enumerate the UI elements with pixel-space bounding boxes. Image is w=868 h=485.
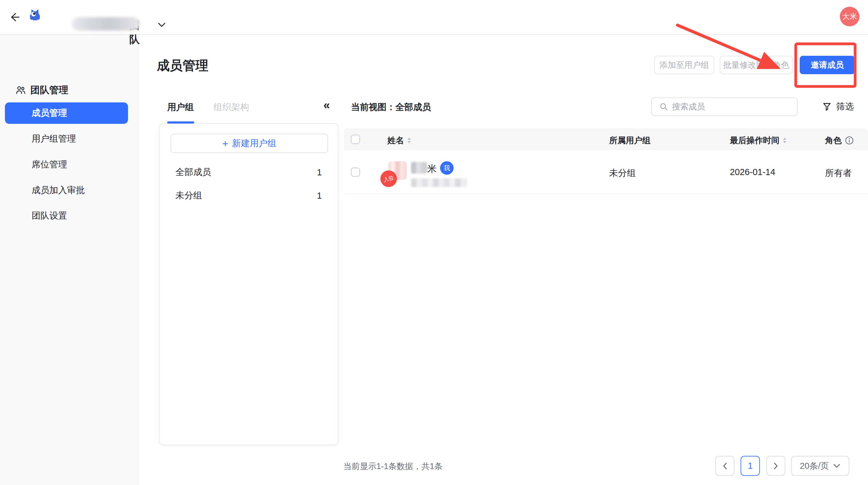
search-icon <box>659 102 668 111</box>
page-number-button[interactable]: 1 <box>741 456 760 476</box>
next-page-button[interactable] <box>766 456 785 476</box>
group-name: 未分组 <box>176 190 202 202</box>
app-logo-monster-icon <box>28 8 42 23</box>
active-tab-underline <box>167 121 194 123</box>
filter-button[interactable]: 筛选 <box>822 101 854 113</box>
column-header-usergroup[interactable]: 所属用户组 <box>609 135 651 146</box>
chevron-down-icon <box>158 22 166 28</box>
user-avatar[interactable]: 大米 <box>840 7 860 26</box>
cell-role: 所有者 <box>825 167 852 179</box>
sort-icon[interactable] <box>407 137 411 143</box>
filter-label: 筛选 <box>836 101 854 113</box>
cell-last-active: 2026-01-14 <box>730 167 775 177</box>
member-management-app: 团队 大米 团队管理 成员管理 用户组管理 席位管理 成员加入审批 团队设置 成… <box>0 0 868 485</box>
collapse-panel-icon[interactable]: « <box>323 99 329 112</box>
plus-icon: + <box>222 138 228 149</box>
row-checkbox[interactable] <box>351 167 360 177</box>
sidebar-item-team-settings[interactable]: 团队设置 <box>5 205 128 227</box>
sidebar-item-seat-management[interactable]: 席位管理 <box>5 154 128 175</box>
current-view-label: 当前视图：全部成员 <box>351 101 431 113</box>
member-name-redacted <box>411 162 427 173</box>
page-title: 成员管理 <box>157 57 208 74</box>
column-header-name[interactable]: 姓名 <box>388 135 411 146</box>
me-badge: 我 <box>439 160 455 176</box>
select-all-checkbox[interactable] <box>351 135 360 144</box>
search-input[interactable] <box>672 102 788 112</box>
cell-usergroup: 未分组 <box>609 167 636 179</box>
team-name-redacted <box>72 17 140 31</box>
batch-edit-role-button[interactable]: 批量修改团队角色 <box>720 56 793 74</box>
add-to-usergroup-button[interactable]: 添加至用户组 <box>654 56 714 74</box>
new-usergroup-button[interactable]: + 新建用户组 <box>170 134 328 153</box>
chevron-down-icon <box>833 463 840 468</box>
group-item-all-members[interactable]: 全部成员 1 <box>160 161 339 183</box>
info-icon[interactable] <box>845 136 854 145</box>
member-account-redacted <box>411 178 467 187</box>
user-group-panel: + 新建用户组 全部成员 1 未分组 1 <box>159 123 338 445</box>
invite-member-button[interactable]: 邀请成员 <box>800 56 855 74</box>
member-row[interactable]: 入驻 米 我 未分组 2026-01-14 所有者 <box>344 150 868 194</box>
sidebar-section-title: 团队管理 <box>30 84 68 96</box>
column-header-last-active[interactable]: 最后操作时间 <box>730 135 787 146</box>
member-search-box[interactable] <box>651 97 798 116</box>
group-count: 1 <box>317 191 322 201</box>
group-count: 1 <box>317 167 322 177</box>
new-usergroup-label: 新建用户组 <box>232 137 276 150</box>
sidebar: 团队管理 成员管理 用户组管理 席位管理 成员加入审批 团队设置 <box>0 35 140 485</box>
sidebar-item-member-management[interactable]: 成员管理 <box>5 103 128 124</box>
page-size-select[interactable]: 20条/页 <box>791 456 849 476</box>
top-navbar: 团队 大米 <box>0 0 868 35</box>
tab-user-groups[interactable]: 用户组 <box>167 101 194 113</box>
tab-org-structure[interactable]: 组织架构 <box>214 101 249 113</box>
members-table-header: 姓名 所属用户组 最后操作时间 角色 <box>344 129 868 150</box>
sidebar-item-usergroup-management[interactable]: 用户组管理 <box>5 128 128 150</box>
prev-page-button[interactable] <box>715 456 735 476</box>
group-name: 全部成员 <box>176 166 211 178</box>
team-management-icon <box>15 85 26 96</box>
pagination-summary: 当前显示1-1条数据，共1条 <box>343 461 442 472</box>
sort-icon[interactable] <box>782 137 787 143</box>
group-item-ungrouped[interactable]: 未分组 1 <box>160 184 339 207</box>
back-icon[interactable] <box>8 10 22 24</box>
sidebar-item-join-approval[interactable]: 成员加入审批 <box>5 180 128 201</box>
member-name-visible-char: 米 <box>427 163 437 175</box>
column-header-role[interactable]: 角色 <box>825 135 854 146</box>
funnel-icon <box>822 102 832 112</box>
sidebar-section-header: 团队管理 <box>15 84 68 96</box>
